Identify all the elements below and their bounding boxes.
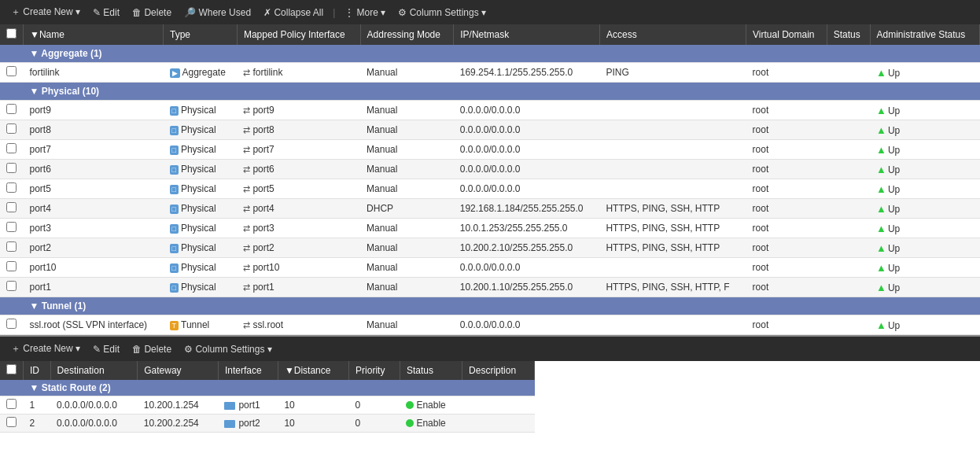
row-mapped: ⇄port8 — [237, 120, 360, 140]
row-ip: 10.200.1.10/255.255.255.0 — [454, 278, 600, 297]
row-status — [827, 179, 870, 199]
table-row[interactable]: port2 □Physical ⇄port2 Manual 10.200.2.1… — [0, 238, 980, 258]
mapped-icon: ⇄ — [243, 263, 250, 272]
row-status — [827, 219, 870, 238]
row-ip: 192.168.1.184/255.255.255.0 — [454, 199, 600, 219]
row-vdom: root — [746, 258, 827, 278]
sr-description — [462, 396, 535, 415]
row-access: PING — [599, 63, 746, 83]
row-ip: 0.0.0.0/0.0.0.0 — [454, 179, 600, 199]
row-checkbox[interactable] — [6, 202, 17, 212]
where-used-button[interactable]: 🔎 Where Used — [179, 5, 256, 20]
row-checkbox-cell[interactable] — [0, 278, 24, 297]
row-admin-status: ▲Up — [870, 179, 979, 199]
sr-checkbox-cell[interactable] — [0, 415, 24, 433]
bottom-toolbar: ＋ Create New ▾ ✎ Edit 🗑 Delete ⚙ Column … — [0, 337, 980, 361]
mapped-icon: ⇄ — [243, 243, 250, 252]
header-checkbox-cell[interactable] — [0, 24, 24, 45]
table-row[interactable]: port4 □Physical ⇄port4 DHCP 192.168.1.18… — [0, 199, 980, 219]
row-checkbox[interactable] — [6, 104, 17, 114]
row-admin-status: ▲Up — [870, 199, 979, 219]
row-checkbox-cell[interactable] — [0, 219, 24, 238]
sr-checkbox[interactable] — [6, 417, 17, 427]
row-checkbox-cell[interactable] — [0, 140, 24, 160]
more-button[interactable]: ⋮ More ▾ — [340, 5, 390, 20]
row-checkbox[interactable] — [6, 66, 17, 76]
table-row[interactable]: port5 □Physical ⇄port5 Manual 0.0.0.0/0.… — [0, 179, 980, 199]
table-row[interactable]: port1 □Physical ⇄port1 Manual 10.200.1.1… — [0, 278, 980, 297]
column-settings-button[interactable]: ⚙ Column Settings ▾ — [393, 5, 491, 20]
sr-interface: port2 — [218, 415, 278, 433]
row-checkbox-cell[interactable] — [0, 258, 24, 278]
sub-col-interface: Interface — [218, 361, 278, 380]
create-new-button[interactable]: ＋ Create New ▾ — [6, 3, 85, 21]
row-checkbox-cell[interactable] — [0, 120, 24, 140]
row-addressing: DHCP — [360, 199, 454, 219]
group-header-row[interactable]: ▼ Aggregate (1) — [0, 45, 980, 63]
group-header-row[interactable]: ▼ Tunnel (1) — [0, 297, 980, 315]
mapped-icon: ⇄ — [243, 184, 250, 193]
table-row[interactable]: port6 □Physical ⇄port6 Manual 0.0.0.0/0.… — [0, 160, 980, 179]
table-row[interactable]: port3 □Physical ⇄port3 Manual 10.0.1.253… — [0, 219, 980, 238]
type-icon: □ — [170, 126, 179, 135]
row-admin-status: ▲Up — [870, 258, 979, 278]
select-all-checkbox[interactable] — [6, 28, 17, 39]
delete-button[interactable]: 🗑 Delete — [127, 5, 176, 20]
row-status — [827, 199, 870, 219]
row-status — [827, 63, 870, 83]
group-header-row[interactable]: ▼ Physical (10) — [0, 83, 980, 101]
sr-id: 1 — [24, 396, 51, 415]
table-row[interactable]: port8 □Physical ⇄port8 Manual 0.0.0.0/0.… — [0, 120, 980, 140]
mapped-icon: ⇄ — [243, 164, 250, 174]
row-checkbox[interactable] — [6, 222, 17, 232]
row-admin-status: ▲Up — [870, 315, 979, 335]
table-row[interactable]: port9 □Physical ⇄port9 Manual 0.0.0.0/0.… — [0, 101, 980, 120]
sub-header-checkbox-cell[interactable] — [0, 361, 24, 380]
sr-checkbox-cell[interactable] — [0, 396, 24, 415]
sub-delete-button[interactable]: 🗑 Delete — [127, 341, 176, 357]
sub-select-all-checkbox[interactable] — [6, 364, 17, 374]
status-up-icon: ▲ — [876, 164, 886, 175]
table-row[interactable]: port7 □Physical ⇄port7 Manual 0.0.0.0/0.… — [0, 140, 980, 160]
sub-col-status: Status — [400, 361, 462, 380]
row-name: port5 — [24, 179, 164, 199]
row-checkbox[interactable] — [6, 241, 17, 252]
type-icon: □ — [170, 185, 179, 194]
row-checkbox-cell[interactable] — [0, 160, 24, 179]
row-addressing: Manual — [360, 219, 454, 238]
row-mapped: ⇄fortilink — [237, 63, 360, 83]
row-checkbox[interactable] — [6, 123, 17, 134]
row-checkbox-cell[interactable] — [0, 63, 24, 83]
row-mapped: ⇄port1 — [237, 278, 360, 297]
col-ip: IP/Netmask — [454, 24, 600, 45]
row-checkbox-cell[interactable] — [0, 238, 24, 258]
row-checkbox[interactable] — [6, 143, 17, 153]
row-checkbox-cell[interactable] — [0, 101, 24, 120]
col-addressing: Addressing Mode — [360, 24, 454, 45]
row-name: port6 — [24, 160, 164, 179]
sub-edit-button[interactable]: ✎ Edit — [88, 341, 124, 357]
row-status — [827, 101, 870, 120]
row-checkbox[interactable] — [6, 281, 17, 291]
sr-gateway: 10.200.1.254 — [138, 396, 219, 415]
sub-column-settings-button[interactable]: ⚙ Column Settings ▾ — [179, 341, 277, 357]
row-checkbox[interactable] — [6, 182, 17, 193]
row-checkbox[interactable] — [6, 261, 17, 271]
edit-button[interactable]: ✎ Edit — [88, 5, 124, 20]
row-checkbox[interactable] — [6, 319, 17, 329]
row-vdom: root — [746, 238, 827, 258]
table-row[interactable]: port10 □Physical ⇄port10 Manual 0.0.0.0/… — [0, 258, 980, 278]
sr-checkbox[interactable] — [6, 399, 17, 409]
static-route-row[interactable]: 2 0.0.0.0/0.0.0.0 10.200.2.254 port2 10 … — [0, 415, 535, 433]
sub-col-id: ID — [24, 361, 51, 380]
row-checkbox-cell[interactable] — [0, 179, 24, 199]
table-row[interactable]: fortilink ▶Aggregate ⇄fortilink Manual 1… — [0, 63, 980, 83]
table-row[interactable]: ssl.root (SSL VPN interface) TTunnel ⇄ss… — [0, 315, 980, 335]
collapse-all-button[interactable]: ✗ Collapse All — [259, 5, 328, 20]
row-checkbox[interactable] — [6, 163, 17, 173]
static-route-row[interactable]: 1 0.0.0.0/0.0.0.0 10.200.1.254 port1 10 … — [0, 396, 535, 415]
static-route-group-header[interactable]: ▼ Static Route (2) — [0, 380, 535, 396]
sub-create-new-button[interactable]: ＋ Create New ▾ — [6, 340, 85, 358]
row-checkbox-cell[interactable] — [0, 199, 24, 219]
row-checkbox-cell[interactable] — [0, 315, 24, 335]
